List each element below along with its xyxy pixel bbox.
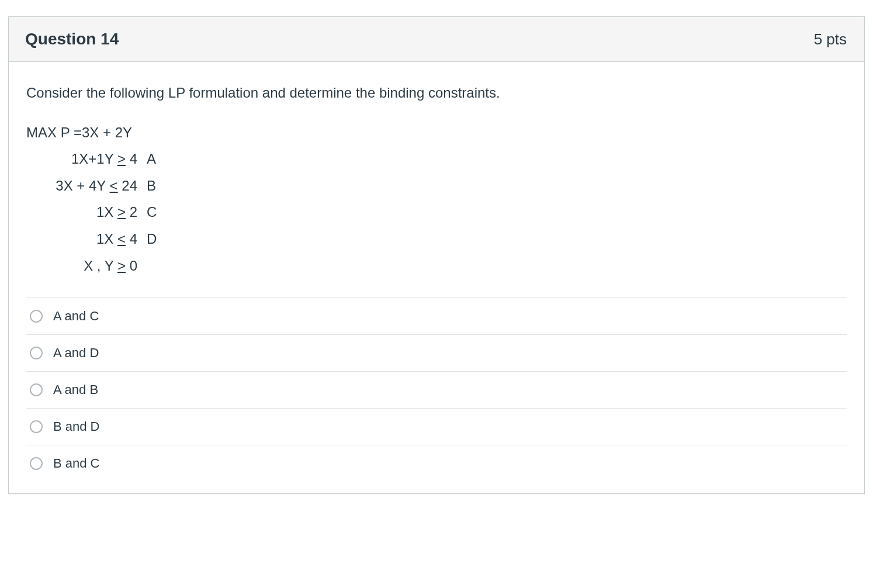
answer-option[interactable]: B and C <box>26 445 847 482</box>
lp-constraint-a-expr: 1X+1Y > 4 <box>26 146 147 172</box>
question-body: Consider the following LP formulation an… <box>9 62 864 493</box>
answer-label: A and D <box>53 345 99 361</box>
lp-constraint-d-label: D <box>147 226 164 253</box>
lp-constraint-b-expr: 3X + 4Y < 24 <box>26 172 147 199</box>
lp-constraint-d-expr: 1X < 4 <box>26 226 147 253</box>
answer-label: A and C <box>53 309 99 324</box>
question-header: Question 14 5 pts <box>9 17 864 62</box>
lp-nonnegativity-expr: X , Y > 0 <box>26 253 147 279</box>
lp-constraint-c-expr: 1X > 2 <box>26 199 147 226</box>
answer-label: B and C <box>53 456 100 471</box>
lp-constraint-c-label: C <box>147 199 164 226</box>
question-prompt: Consider the following LP formulation an… <box>26 83 847 103</box>
answer-option[interactable]: B and D <box>26 408 847 445</box>
answer-list: A and C A and D A and B B and D B and C <box>26 298 847 482</box>
lp-nonnegativity: X , Y > 0 <box>26 253 847 279</box>
lp-formulation: MAX P =3X + 2Y 1X+1Y > 4 A 3X + 4Y < 24 … <box>26 119 847 279</box>
radio-icon[interactable] <box>30 347 43 359</box>
question-title: Question 14 <box>25 30 119 49</box>
radio-icon[interactable] <box>30 383 43 396</box>
answer-option[interactable]: A and B <box>26 371 847 408</box>
lp-constraint-d: 1X < 4 D <box>26 226 847 253</box>
answer-label: A and B <box>53 382 98 397</box>
lp-constraint-b-label: B <box>147 172 164 199</box>
lp-constraint-a-label: A <box>147 146 164 172</box>
radio-icon[interactable] <box>30 310 43 323</box>
answer-option[interactable]: A and C <box>26 298 847 334</box>
lp-objective: MAX P =3X + 2Y <box>26 119 847 146</box>
question-card: Question 14 5 pts Consider the following… <box>8 16 865 494</box>
radio-icon[interactable] <box>30 457 43 470</box>
question-points: 5 pts <box>814 30 847 49</box>
answer-option[interactable]: A and D <box>26 334 847 371</box>
radio-icon[interactable] <box>30 420 43 433</box>
answer-label: B and D <box>53 419 100 434</box>
lp-constraint-a: 1X+1Y > 4 A <box>26 146 847 172</box>
lp-constraint-b: 3X + 4Y < 24 B <box>26 172 847 199</box>
lp-constraint-c: 1X > 2 C <box>26 199 847 226</box>
